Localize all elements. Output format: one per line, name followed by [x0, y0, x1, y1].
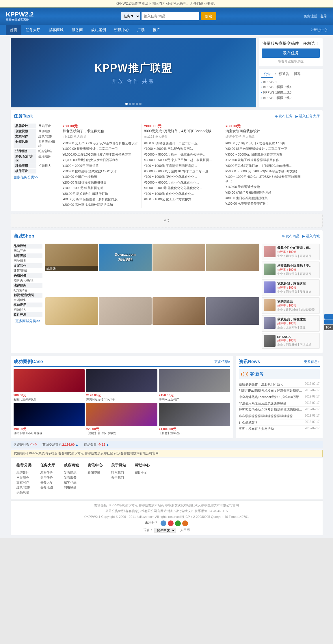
footer-link-5-0[interactable]: 帮助中心 [135, 470, 150, 475]
task-col1-title[interactable]: 和老婆吵架了，求道歉短信 [63, 129, 139, 134]
task-cat-video[interactable]: 创意视频 [14, 129, 37, 134]
side-btn-service-1[interactable]: 在线客服 [324, 314, 333, 319]
nav-item-promote[interactable]: 推广 [149, 25, 164, 35]
footer-link-4-0[interactable]: 联系我们 [111, 470, 126, 475]
shop-seller-4[interactable]: 我就是我，就在这里 好评率：100% 业业：文案写作 | 旋旋 [262, 315, 320, 332]
notice-item-3[interactable]: KPPW2.1慢慢上线2 [261, 95, 320, 101]
task-item[interactable]: ¥1000 ~ 2000元 化化化化化化化化化化... [144, 185, 220, 191]
shop-grid-item-3[interactable] [152, 244, 205, 271]
shop-grid-item-1[interactable]: 品牌设计 [45, 244, 98, 271]
task-col2-title[interactable]: 8000元完成1万元订单，4月9日ECshop模版... [144, 129, 220, 134]
footer-link-1-2[interactable]: 任务大厅 [40, 480, 55, 485]
task-item[interactable]: ¥50000 ~ 60000元 化化化化化化化化... [144, 180, 220, 185]
task-item[interactable]: ¥80.00元 编辑偷偷偷偷，解析视频排版 [63, 197, 139, 202]
shop-cat-copy[interactable]: 文案写作 [14, 263, 42, 268]
task-col3-title[interactable]: 淘宝女装商店装修设计 [226, 129, 302, 134]
weixin-icon[interactable] [175, 520, 181, 526]
task-item[interactable]: ¥50000 ~ 60000元 室内107平米二房二厅一卫... [144, 169, 220, 174]
nav-item-service[interactable]: 服务商 [68, 25, 87, 35]
nav-item-cases[interactable]: 成功案例 [87, 25, 110, 35]
shop-seller-1[interactable]: 您要原原小玩具吗？专... 好评率：100% 业业：网游服务 | 评评评价 [262, 262, 320, 278]
task-item-special[interactable]: ¥100 ~ 1000元 480 Cot 37072248 (缘缘长江三峡圈圈研… [226, 174, 302, 184]
task-cat-brand[interactable]: 品牌设计 [14, 124, 37, 128]
more-task-cats[interactable]: 更多任务分类>> [14, 175, 60, 180]
notice-item-1[interactable]: KPPW2.1慢慢上线4 [261, 84, 320, 90]
task-item[interactable]: ¥100.00 求赞赞赞赞赞赞广围！ [226, 201, 302, 206]
news-item-6[interactable]: 什么是威客？ 2012-02-17 [239, 419, 320, 426]
nav-item-plaza[interactable]: 广场 [133, 25, 149, 35]
hero-dot-1[interactable] [125, 103, 128, 105]
publish-product-action[interactable]: ⊕ 发布商品 [282, 234, 299, 239]
notice-item-0[interactable]: KPPW2.1 [261, 80, 320, 84]
task-item[interactable]: ¥80.00 86平米新楼缘缘设计，二室二厅一卫 [226, 146, 302, 152]
footer-link-0-3[interactable]: 建筑/维修 [16, 485, 31, 490]
footer-link-0-4[interactable]: 头脑风暴 [16, 490, 31, 495]
register-link-footer[interactable]: 未注册？ [145, 520, 158, 526]
shop-seller-0[interactable]: 最具个性化的商铺，值... 好评率：100% 业业：网游服务 | 评评评价 [262, 244, 320, 260]
task-cat-copy[interactable]: 文案写作 [14, 134, 37, 139]
task-item[interactable]: ¥80.00 优缘门及和谐谐谐谐谐谐 [226, 190, 302, 195]
task-item[interactable]: ¥80.00 元10月20入门？功任务悬赏！10功... [226, 141, 302, 146]
footer-link-2-0[interactable]: 发布商品 [64, 470, 79, 475]
task-item[interactable]: ¥1,000.00 帮我们的女孩发生日祝福征征 [63, 157, 139, 163]
task-item[interactable]: ¥100 ~ 1000元 绘美拼拼创新! [63, 185, 139, 191]
notice-tab-blog[interactable]: 博客 [291, 71, 303, 78]
notice-tab-announcement[interactable]: 公告 [261, 71, 273, 78]
task-item[interactable]: ¥30000 ~ 50000元 个人平平和一起，家装拼拼... [144, 157, 220, 163]
shop-cat-legal[interactable]: 法律服务 [14, 283, 42, 288]
footer-link-1-1[interactable]: 参与任务 [40, 475, 55, 480]
enter-shop-action[interactable]: ▶ 进入商城 [302, 234, 320, 239]
shop-grid-item-5[interactable] [45, 297, 98, 325]
news-item-1[interactable]: 利用用iPad德德授权发布：经济分享是德德最佳标... 2012-02-17 [239, 388, 320, 394]
footer-link-2-2[interactable]: 威客作品 [64, 480, 79, 485]
case-item-1[interactable]: ¥120.00元 海淘网近近传 10元1单... [86, 369, 157, 402]
footer-link-0-2[interactable]: 文案写作 [16, 480, 31, 485]
task-cat-game[interactable]: 网游服务 [37, 129, 60, 134]
case-item-5[interactable]: ¥1,000.00元 【创意】淮标设计 [159, 403, 230, 435]
nav-item-news[interactable]: 资讯中心 [110, 25, 133, 35]
footer-link-1-0[interactable]: 发布任务 [40, 470, 55, 475]
hero-dot-4[interactable] [136, 103, 138, 105]
shop-cat-build[interactable]: 建筑/维修 [14, 268, 42, 273]
shop-grid-item-8[interactable] [206, 297, 259, 325]
task-item[interactable]: ¥160.00 天道远近辨发地 [226, 184, 302, 190]
task-item[interactable]: ¥8000元完成1万元订单，4月9日ECshop缘缘... [226, 163, 302, 169]
login-link[interactable]: 登录 [320, 14, 327, 19]
shop-cat-film[interactable]: 影视/配音/旁词 [14, 293, 42, 298]
search-button[interactable]: 搜索 [201, 12, 216, 20]
task-cat-recruit[interactable]: 招聘找人 [37, 163, 60, 168]
case-item-4[interactable]: ¥20.00元 【创意】著作权（相权）... [86, 403, 157, 435]
news-item-2[interactable]: 中金赛港蒸蒸Facebook股权：投稿100万那德... 2012-02-17 [239, 394, 320, 400]
enter-task-hall-action[interactable]: ▶ 进入任务大厅 [295, 114, 320, 119]
qq-icon[interactable] [161, 520, 166, 526]
task-item[interactable]: ¥100 ~ 1000元 化工工作方案拟方 [144, 197, 220, 202]
footer-link-0-0[interactable]: 品牌设计 [16, 470, 31, 475]
footer-link-3-0[interactable]: 新闻资讯 [88, 470, 103, 475]
case-item-2[interactable]: ¥150.00元 海淘网近近传广 [159, 369, 230, 402]
task-item[interactable]: ¥1000 ~ 2000元 三建道路 [63, 163, 139, 169]
publish-task-button[interactable]: 发布任务 [262, 48, 320, 58]
publish-task-action[interactable]: ⊕ 发布任务 [275, 114, 293, 119]
task-item[interactable]: ¥100 ~ 1000元 花化化化化化化化化... [144, 174, 220, 180]
task-item[interactable]: ¥50000 ~ 60000元 [208679]MBA综合季缘 (时文缘) [226, 169, 302, 174]
shop-seller-3[interactable]: 我的美食店 好评率：100% 业业：建筑/维修 | 旋旋旋旋旋 [262, 297, 320, 314]
task-item[interactable]: ¥100.00 公司广告楼梯纸 [63, 174, 139, 180]
footer-link-2-3[interactable]: 网络缘缘 [64, 485, 79, 490]
shop-cat-brand[interactable]: 品牌设计 [14, 244, 42, 249]
task-item[interactable]: ¥100 ~ 1000元 平房清评测清评房间... [144, 163, 220, 169]
back-to-top-button[interactable]: TOP [324, 324, 333, 330]
task-item[interactable]: ¥1000.00 新楼缘缘设计，二室二厅一卫 [63, 146, 139, 152]
news-more-link[interactable]: 更多信息» [304, 359, 320, 364]
shop-seller-5[interactable]: SHANGK 好评率：100% 业业：网站开发 | 网络缘缘 [262, 333, 320, 349]
task-item[interactable]: ¥80.00元 新娘婚纱礼服聘行灯饰 [63, 191, 139, 197]
shop-cat-mobile[interactable]: 移动应用 [14, 303, 42, 307]
task-item[interactable]: ¥200.00 生日祝福短信拼拼征集 [63, 180, 139, 185]
side-btn-service-2[interactable]: 在线客服 [324, 319, 333, 324]
task-item[interactable]: ¥100.00 元工作LOGO设计及VI基本部分价格套餐设计 [63, 141, 139, 146]
footer-link-1-3[interactable]: 任务地图 [40, 485, 55, 490]
case-item-0[interactable]: ¥80.00元 彩圈比三传传设计 [14, 369, 85, 402]
task-item[interactable]: ¥3000 ~ 30000元 城市形象体套套套方案 [226, 152, 302, 157]
task-cat-build[interactable]: 建筑/维修 [37, 134, 60, 139]
task-item[interactable]: ¥200.00 高校重视视频外活活活添加 [63, 202, 139, 208]
footer-link-2-1[interactable]: 发布服务 [64, 475, 79, 480]
